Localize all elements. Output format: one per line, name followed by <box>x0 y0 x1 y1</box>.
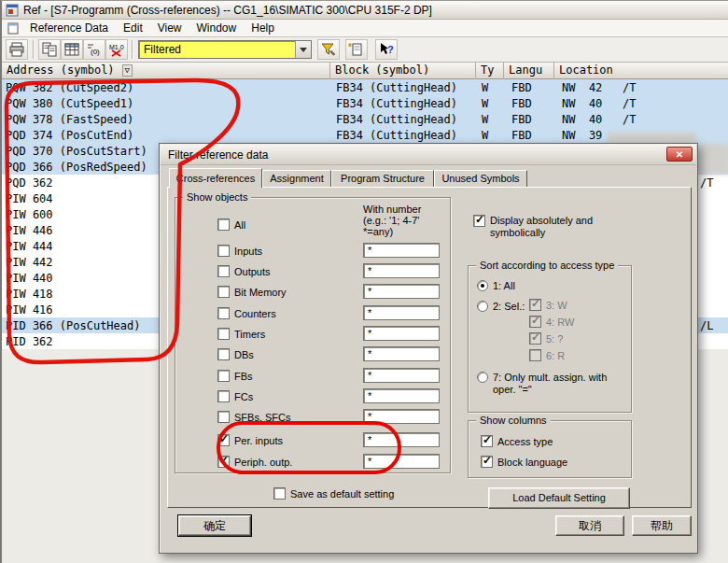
show-objects-item-periph-outp[interactable]: Periph. outp. <box>217 456 292 468</box>
table-row[interactable]: PQW 382 (CutSpeed2)FB34 (CuttingHead)WFB… <box>2 79 728 95</box>
column-header-address[interactable]: Address (symbol)▽ <box>2 63 330 79</box>
checkbox <box>217 370 230 382</box>
sel-option-4-rw[interactable]: 4: RW <box>529 316 574 328</box>
table-header: Address (symbol)▽ Block (symbol) Ty Lang… <box>2 63 728 79</box>
load-default-setting-button[interactable]: Load Default Setting <box>488 487 630 509</box>
help-button-dialog[interactable]: 帮助 <box>632 515 692 536</box>
tab-cross-references[interactable]: Cross-references <box>169 168 262 188</box>
sel-option-6-r[interactable]: 6: R <box>529 349 565 361</box>
with-number-input-dbs[interactable]: * <box>363 346 440 361</box>
save-default-checkbox[interactable]: Save as default setting <box>273 487 394 500</box>
with-number-input-inputs[interactable]: * <box>363 243 440 258</box>
sel-option-5[interactable]: 5: ? <box>529 332 563 345</box>
column-label: Address (symbol) <box>7 63 115 77</box>
checkbox <box>529 332 541 345</box>
tab-program-structure[interactable]: Program Structure <box>331 170 434 187</box>
address-cell: PQW 382 (CutSpeed2) <box>6 81 133 94</box>
sort-1-all[interactable]: 1: All <box>477 280 515 291</box>
sort-2-sel[interactable]: 2: Sel.: <box>477 301 525 312</box>
address-list-button[interactable]: (0) <box>83 39 105 60</box>
radio-label: 2: Sel.: <box>493 301 525 312</box>
checkbox <box>473 215 485 227</box>
sel-option-3-w[interactable]: 3: W <box>529 299 567 311</box>
address-cell: PIW 446 <box>6 224 53 237</box>
dialog-titlebar[interactable]: Filter reference data <box>161 145 696 165</box>
checkbox <box>217 286 230 298</box>
block-cell: FB34 (CuttingHead) <box>336 113 457 126</box>
address-cell: PIW 604 <box>6 192 53 205</box>
new-sheet-icon: * <box>348 42 365 57</box>
show-objects-item-all[interactable]: All <box>217 218 245 231</box>
combo-dropdown-button[interactable] <box>295 41 311 58</box>
checkbox <box>217 328 230 340</box>
table-row[interactable]: PQW 378 (FastSpeed)FB34 (CuttingHead)WFB… <box>2 111 728 127</box>
show-objects-item-counters[interactable]: Counters <box>217 307 276 319</box>
show-columns-item-block-language[interactable]: Block language <box>481 456 567 468</box>
save-default-label: Save as default setting <box>290 488 394 500</box>
paired-lists-button[interactable] <box>38 39 61 60</box>
menu-item-window[interactable]: Window <box>189 21 245 35</box>
show-objects-label: Bit Memory <box>234 287 287 298</box>
location-cell: NW 42 /T <box>562 81 636 94</box>
show-objects-item-inputs[interactable]: Inputs <box>217 245 262 257</box>
menu-item-edit[interactable]: Edit <box>116 21 150 35</box>
with-number-input-fbs[interactable]: * <box>363 368 440 383</box>
help-button[interactable]: ? <box>375 39 398 60</box>
column-header-language[interactable]: Langu <box>504 63 554 79</box>
svg-text:(0): (0) <box>91 48 100 56</box>
checkbox <box>217 348 230 360</box>
show-objects-item-bit-memory[interactable]: Bit Memory <box>217 286 287 298</box>
show-objects-item-fcs[interactable]: FCs <box>217 390 253 402</box>
menu-item-help[interactable]: Help <box>244 21 282 35</box>
cancel-button[interactable]: 取消 <box>555 515 624 536</box>
show-objects-item-sfbs-sfcs[interactable]: SFBs, SFCs <box>217 411 291 423</box>
location-cell: NW 39 <box>562 129 602 142</box>
block-cell: FB34 (CuttingHead) <box>336 129 457 142</box>
filter-combo-value: Filtered <box>139 43 295 56</box>
show-objects-item-fbs[interactable]: FBs <box>217 370 253 382</box>
show-objects-label: SFBs, SFCs <box>234 412 291 423</box>
address-cell: PIW 442 <box>6 256 53 269</box>
sort-7-only-mult-assign-with-oper[interactable]: 7: Only mult. assign. with oper. "=" <box>477 372 616 396</box>
with-number-input-outputs[interactable]: * <box>363 263 440 278</box>
edit-filter-button[interactable] <box>317 39 340 60</box>
printer-icon <box>8 42 25 57</box>
with-number-input-fcs[interactable]: * <box>363 388 440 403</box>
new-window-button[interactable]: * <box>345 39 368 60</box>
show-objects-item-per-inputs[interactable]: Per. inputs <box>217 434 283 446</box>
with-number-input-bit-memory[interactable]: * <box>363 284 440 299</box>
checkbox <box>217 411 230 423</box>
column-header-type[interactable]: Ty <box>476 63 504 79</box>
type-cell: W <box>482 97 488 110</box>
with-number-input-per-inputs[interactable]: * <box>363 432 440 447</box>
show-columns-item-access-type[interactable]: Access type <box>481 435 553 447</box>
table-view-button[interactable] <box>61 39 83 60</box>
filter-combo[interactable]: Filtered <box>138 40 312 59</box>
show-objects-item-dbs[interactable]: DBs <box>217 348 254 360</box>
show-objects-label: Counters <box>234 308 276 319</box>
checkbox <box>217 434 230 446</box>
with-number-input-counters[interactable]: * <box>363 305 440 320</box>
display-absolutely-checkbox[interactable]: Display absolutely and symbolically <box>473 215 609 239</box>
with-number-input-timers[interactable]: * <box>363 326 440 341</box>
with-number-input-periph-outp[interactable]: * <box>363 454 440 469</box>
radio-button <box>477 301 488 312</box>
menu-item-view[interactable]: View <box>150 21 189 35</box>
ok-button[interactable]: 确定 <box>178 515 251 536</box>
sort-indicator-icon[interactable]: ▽ <box>122 64 133 77</box>
symbol-filter-button[interactable]: M1.0 <box>105 39 128 60</box>
sel-option-label: 5: ? <box>546 333 563 345</box>
menu-item-reference-data[interactable]: Reference Data <box>22 21 116 35</box>
column-header-location[interactable]: Location <box>554 63 728 79</box>
dialog-close-button[interactable]: ✕ <box>666 147 693 162</box>
show-objects-item-timers[interactable]: Timers <box>217 328 265 340</box>
with-number-input-sfbs-sfcs[interactable]: * <box>363 409 440 424</box>
column-header-block[interactable]: Block (symbol) <box>330 63 476 79</box>
window-titlebar[interactable]: Ref - [S7-Programm (Cross-references) --… <box>2 1 728 20</box>
print-button[interactable] <box>6 39 28 60</box>
radio-button <box>477 280 488 291</box>
show-objects-item-outputs[interactable]: Outputs <box>217 265 271 277</box>
tab-assignment[interactable]: Assignment <box>262 170 331 187</box>
table-row[interactable]: PQW 380 (CutSpeed1)FB34 (CuttingHead)WFB… <box>2 95 728 111</box>
tab-unused-symbols[interactable]: Unused Symbols <box>434 170 527 187</box>
